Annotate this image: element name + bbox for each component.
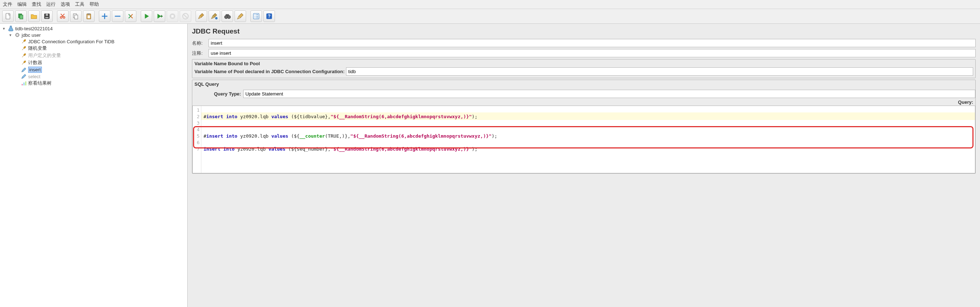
query-type-label: Query Type: xyxy=(214,91,241,97)
code-text: (${ xyxy=(288,133,299,139)
query-type-row: Query Type: xyxy=(192,90,975,98)
pool-input[interactable] xyxy=(346,67,973,76)
toggle-icon[interactable] xyxy=(125,11,137,22)
code-text: yz0920.lqb xyxy=(240,114,269,119)
code-kw: into xyxy=(223,146,234,152)
sql-editor[interactable]: 1234567 #insert into yz0920.lqb values (… xyxy=(192,106,975,173)
paste-icon[interactable] xyxy=(83,11,94,22)
tree-user-vars-label: 用户定义的变量 xyxy=(28,52,61,59)
wrench-icon xyxy=(21,52,27,59)
sql-query-fieldset: SQL Query Query Type: Query: 1234567 #in… xyxy=(192,80,976,174)
svg-text:?: ? xyxy=(268,14,270,19)
toggle-icon[interactable]: ▾ xyxy=(3,26,6,31)
svg-rect-2 xyxy=(20,15,23,19)
tree-jdbc-connection[interactable]: JDBC Connection Configuration For TiDB xyxy=(15,38,186,45)
code-text: (TRUE,)}, xyxy=(325,133,350,139)
cut-icon[interactable] xyxy=(57,11,68,22)
tree-root-label: tidb-test20221014 xyxy=(15,26,52,32)
save-icon[interactable] xyxy=(41,11,52,22)
line-number: 6 xyxy=(192,139,199,146)
query-type-input[interactable] xyxy=(243,90,975,98)
pool-fieldset-title: Variable Name Bound to Pool xyxy=(194,61,973,67)
search-icon[interactable] xyxy=(221,11,233,22)
code-text: # xyxy=(204,114,207,119)
expand-icon[interactable] xyxy=(99,11,110,22)
comment-row: 注释: xyxy=(192,49,976,57)
tree-results[interactable]: 察看结果树 xyxy=(15,80,186,87)
copy-icon[interactable] xyxy=(70,11,81,22)
code-fn: __counter xyxy=(299,133,325,139)
code-kw: insert xyxy=(207,133,223,139)
chart-icon xyxy=(21,80,27,86)
wrench-icon xyxy=(21,38,27,44)
collapse-icon[interactable] xyxy=(112,11,123,22)
tree-select[interactable]: select xyxy=(15,73,186,80)
help-icon[interactable]: ? xyxy=(263,11,275,22)
pool-row: Variable Name of Pool declared in JDBC C… xyxy=(194,67,973,76)
code-kw: values xyxy=(271,114,288,119)
tree-select-label: select xyxy=(28,74,40,79)
code-kw: into xyxy=(226,114,237,119)
reset-search-icon[interactable] xyxy=(234,11,246,22)
open-icon[interactable] xyxy=(28,11,40,22)
name-row: 名称: xyxy=(192,39,976,47)
right-panel: JDBC Request 名称: 注释: Variable Name Bound… xyxy=(188,24,980,307)
code-str: "${__RandomString(6,abcdefghigklmnopqrst… xyxy=(331,146,472,152)
toggle-icon[interactable]: ▾ xyxy=(10,33,13,38)
code-blank xyxy=(204,153,207,158)
svg-rect-11 xyxy=(88,13,90,14)
svg-rect-12 xyxy=(88,16,90,18)
line-gutter: 1234567 xyxy=(192,106,201,173)
tree-results-label: 察看结果树 xyxy=(28,80,52,87)
code-blank xyxy=(204,140,207,145)
pool-fieldset: Variable Name Bound to Pool Variable Nam… xyxy=(192,59,976,78)
toolbar: ? xyxy=(0,9,980,24)
svg-rect-5 xyxy=(46,17,49,18)
tree-insert[interactable]: insert xyxy=(15,66,186,73)
wrench-icon xyxy=(21,60,27,66)
line-number: 1 xyxy=(192,107,199,114)
clear-icon[interactable] xyxy=(196,11,207,22)
main-area: ▾ tidb-test20221014 ▾ xyxy=(0,24,980,307)
templates-icon[interactable] xyxy=(15,11,27,22)
menu-search[interactable]: 查找 xyxy=(32,1,41,8)
svg-point-16 xyxy=(215,17,218,19)
menu-file[interactable]: 文件 xyxy=(3,1,12,8)
svg-rect-19 xyxy=(226,14,229,16)
svg-point-18 xyxy=(228,16,231,19)
code-kw: values xyxy=(269,146,285,152)
tree-thread-group[interactable]: ▾ jdbc user xyxy=(9,32,186,38)
pencil-icon xyxy=(21,73,27,79)
tree-counter[interactable]: 计数器 xyxy=(15,59,186,66)
code-str: "${__RandomString(6,abcdefghigklmnopqrst… xyxy=(331,114,472,119)
name-label: 名称: xyxy=(192,40,207,46)
tree-root[interactable]: ▾ tidb-test20221014 xyxy=(2,25,186,32)
tree-insert-label: insert xyxy=(28,66,42,73)
pencil-icon xyxy=(21,67,27,73)
name-input[interactable] xyxy=(208,39,976,47)
tree-user-vars[interactable]: 用户定义的变量 xyxy=(15,52,186,59)
menu-tools[interactable]: 工具 xyxy=(75,1,84,8)
new-icon[interactable] xyxy=(2,11,14,22)
tree-random-var[interactable]: 随机变量 xyxy=(15,45,186,52)
code-text: (${seq_number}, xyxy=(285,146,331,152)
menu-help[interactable]: 帮助 xyxy=(89,1,99,8)
menu-edit[interactable]: 编辑 xyxy=(18,1,27,8)
menu-run[interactable]: 运行 xyxy=(46,1,56,8)
comment-input[interactable] xyxy=(208,49,976,57)
code-blank xyxy=(204,159,207,165)
code-text: yz0920.lqb xyxy=(240,133,269,139)
svg-rect-26 xyxy=(24,82,24,85)
start-no-pauses-icon[interactable] xyxy=(154,11,165,22)
pool-label: Variable Name of Pool declared in JDBC C… xyxy=(194,69,345,74)
query-label: Query: xyxy=(192,98,975,106)
menu-options[interactable]: 选项 xyxy=(60,1,70,8)
code-kw: insert xyxy=(207,114,223,119)
code-area[interactable]: #insert into yz0920.lqb values (${tidbva… xyxy=(201,106,975,173)
tree-random-var-label: 随机变量 xyxy=(28,45,47,52)
menubar: 文件 编辑 查找 运行 选项 工具 帮助 xyxy=(0,0,980,9)
function-helper-icon[interactable] xyxy=(250,11,262,22)
clear-all-icon[interactable] xyxy=(208,11,220,22)
start-icon[interactable] xyxy=(141,11,152,22)
test-plan-tree: ▾ tidb-test20221014 ▾ xyxy=(2,25,186,87)
